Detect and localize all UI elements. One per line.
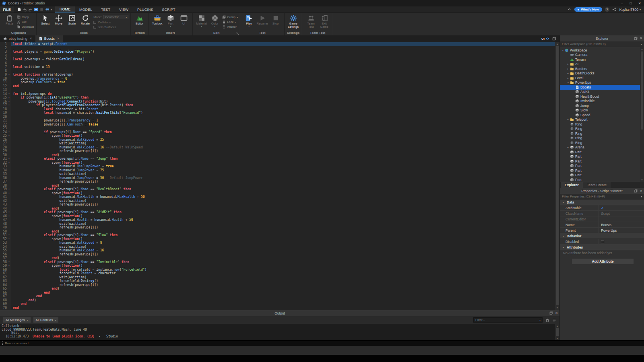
tree-item-speed[interactable]: Speed: [560, 113, 644, 117]
code-line[interactable]: 54 wait(waittime): [0, 245, 555, 249]
exit-game-button[interactable]: Exit Game: [318, 13, 330, 31]
game-settings-button[interactable]: Game Settings: [287, 13, 299, 31]
code-line[interactable]: 10 powerup.Transparency = 0: [0, 77, 555, 81]
code-line[interactable]: 58▾ elseif powerups[i].Name == "Invincib…: [0, 260, 555, 264]
explorer-scrollbar[interactable]: ▲ ▼: [640, 47, 644, 182]
rotate-button[interactable]: Rotate: [79, 13, 91, 31]
tree-item-slow[interactable]: Slow: [560, 108, 644, 113]
duplicate-button[interactable]: Duplicate: [17, 25, 34, 29]
code-line[interactable]: 6: [0, 62, 555, 66]
code-line[interactable]: 53 humanoid.WalkSpeed = 8: [0, 241, 555, 245]
menu-tab-script[interactable]: SCRIPT: [158, 6, 180, 12]
copy-button[interactable]: Copy: [17, 15, 34, 19]
collapse-ribbon-icon[interactable]: [567, 7, 572, 12]
menu-tab-model[interactable]: MODEL: [75, 6, 97, 12]
tree-item-part[interactable]: Part: [560, 150, 644, 154]
chevron-expanded-icon[interactable]: ▾: [566, 81, 570, 84]
code-line[interactable]: 2: [0, 46, 555, 50]
code-line[interactable]: 26 humanoid.WalkSpeed = 25: [0, 138, 555, 142]
menu-tab-home[interactable]: HOME: [55, 6, 75, 12]
close-icon[interactable]: ✕: [640, 37, 642, 40]
tree-item-ring[interactable]: Ring: [560, 140, 644, 145]
code-line[interactable]: 57 end): [0, 256, 555, 260]
section-header-behavior[interactable]: ▾Behavior: [560, 233, 644, 239]
fold-chevron-icon[interactable]: ▾: [7, 103, 11, 107]
tree-item-invincible[interactable]: Invincible: [560, 99, 644, 104]
property-value[interactable]: [599, 239, 644, 244]
tree-item-powerups[interactable]: ▾PowerUps: [560, 80, 644, 85]
code-line[interactable]: 66 end: [0, 291, 555, 295]
scale-button[interactable]: Scale: [66, 13, 78, 31]
collisions-checkbox[interactable]: Collisions: [93, 21, 128, 24]
word-wrap-icon[interactable]: [552, 318, 556, 322]
team-test-button[interactable]: Team Test: [305, 13, 317, 31]
scroll-up-icon[interactable]: ▲: [555, 42, 559, 46]
tree-item-part[interactable]: Part: [560, 173, 644, 178]
code-line[interactable]: 16▾ powerups[i].Touched:Connect(function…: [0, 100, 555, 104]
resume-button[interactable]: Resume: [256, 13, 268, 31]
publish-icon[interactable]: [34, 7, 38, 12]
code-line[interactable]: 21 powerups[i].Transparency = 1: [0, 119, 555, 123]
code-line[interactable]: 37 refresh(powerups[i]): [0, 180, 555, 184]
chevron-collapsed-icon[interactable]: ▸: [566, 146, 570, 148]
doc-tab-boosts[interactable]: Boosts✕: [35, 35, 63, 42]
paste-button[interactable]: Paste: [3, 13, 16, 31]
code-line[interactable]: 14▾for i=1,#powerups do: [0, 92, 555, 96]
undo-icon[interactable]: [23, 7, 27, 12]
color-button[interactable]: Color▾: [208, 13, 221, 31]
tree-item-healthboost[interactable]: HealthBoost: [560, 94, 644, 99]
code-line[interactable]: 50 end): [0, 230, 555, 234]
code-line[interactable]: 17▾ if players:GetPlayerFromCharacter(hi…: [0, 103, 555, 107]
section-header-attributes[interactable]: ▾Attributes: [560, 245, 644, 250]
code-line[interactable]: 20: [0, 115, 555, 119]
code-line[interactable]: 65 end): [0, 287, 555, 291]
tree-item-boosts[interactable]: Boosts: [560, 85, 644, 90]
fold-chevron-icon[interactable]: ▾: [7, 233, 11, 237]
code-line[interactable]: 38 end): [0, 184, 555, 188]
code-line[interactable]: 4: [0, 54, 555, 58]
float-window-icon[interactable]: [634, 37, 638, 40]
output-log[interactable]: Callstack:cloud_990908723.TeamCreateHats…: [0, 324, 559, 340]
toolbox-button[interactable]: Toolbox: [151, 13, 163, 31]
user-account-button[interactable]: KaylianT800 ▾: [619, 8, 641, 12]
code-line[interactable]: 32▾ spawn(function(): [0, 161, 555, 165]
code-line[interactable]: 46▾ spawn(function(): [0, 214, 555, 218]
code-line[interactable]: 68 end): [0, 298, 555, 302]
property-value[interactable]: Script: [599, 211, 644, 216]
select-button[interactable]: Select: [39, 13, 52, 31]
code-line[interactable]: 56 refresh(powerups[i]): [0, 253, 555, 257]
lock-button[interactable]: Lock▾: [222, 20, 238, 24]
fold-chevron-icon[interactable]: ▾: [7, 161, 11, 165]
close-icon[interactable]: ✕: [57, 37, 60, 40]
fold-chevron-icon[interactable]: ▾: [7, 100, 11, 104]
whats-new-button[interactable]: What's New: [574, 7, 602, 12]
code-line[interactable]: 63 forcefield:Destroy(): [0, 279, 555, 283]
code-line[interactable]: 11 powerup.CanTouch = true: [0, 80, 555, 84]
fold-chevron-icon[interactable]: ▾: [7, 134, 11, 138]
section-header-data[interactable]: ▾Data: [560, 200, 644, 205]
checkbox-checked-icon[interactable]: ✓: [601, 206, 604, 210]
tree-item-workspace[interactable]: ▾Workspace: [560, 48, 644, 53]
code-line[interactable]: 61 forcefield.Parent = character: [0, 272, 555, 276]
fold-chevron-icon[interactable]: ▾: [7, 130, 11, 134]
code-line[interactable]: 22 powerups[i].CanTouch = false: [0, 123, 555, 127]
fold-chevron-icon[interactable]: ▾: [7, 214, 11, 218]
script-editor[interactable]: 1local folder = script.Parent23local pla…: [0, 42, 559, 310]
trash-icon[interactable]: [545, 318, 549, 322]
fold-chevron-icon[interactable]: ▾: [7, 264, 11, 268]
code-line[interactable]: 47 humanoid.Health = humanoid.Health + 5…: [0, 218, 555, 222]
scrollbar-thumb[interactable]: [556, 46, 559, 305]
chevron-collapsed-icon[interactable]: ▸: [566, 63, 570, 65]
fold-chevron-icon[interactable]: ▾: [7, 96, 11, 100]
code-line[interactable]: 52▾ spawn(function(): [0, 237, 555, 241]
property-value[interactable]: [599, 216, 644, 222]
toolbar-options-caret-icon[interactable]: ▾: [51, 8, 52, 11]
fold-chevron-icon[interactable]: ▾: [7, 260, 11, 264]
tree-item-level[interactable]: ▸Level: [560, 76, 644, 80]
code-line[interactable]: 33 humanoid.UseJumpPower = true: [0, 165, 555, 169]
editor-button[interactable]: Editor: [133, 13, 146, 31]
float-window-icon[interactable]: [552, 37, 556, 41]
tree-item-ring[interactable]: Ring: [560, 127, 644, 132]
code-line[interactable]: 42 wait(waittime): [0, 199, 555, 203]
code-line[interactable]: 43 refresh(powerups[i]): [0, 203, 555, 207]
